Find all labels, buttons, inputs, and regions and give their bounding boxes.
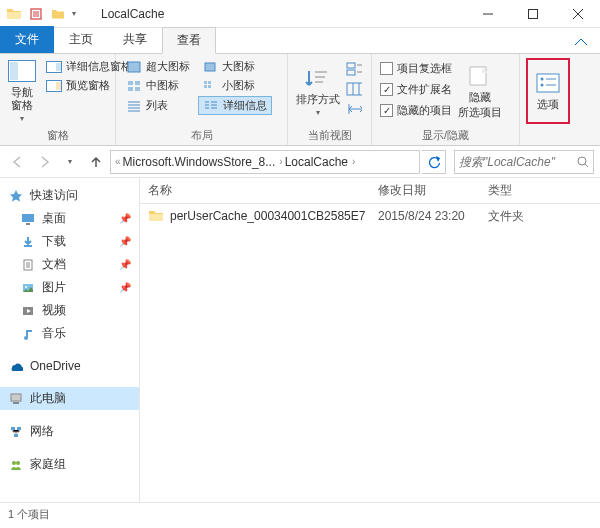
medium-icon (126, 79, 142, 93)
svg-rect-13 (135, 87, 140, 91)
svg-rect-32 (11, 394, 21, 401)
sidebar-quick-access[interactable]: 快速访问 (0, 184, 139, 207)
onedrive-icon (8, 358, 24, 374)
size-columns-icon[interactable] (346, 102, 362, 116)
svg-rect-14 (204, 81, 207, 84)
hide-selected-button[interactable]: 隐藏 所选项目 (458, 58, 502, 124)
layout-details[interactable]: 详细信息 (198, 96, 272, 115)
svg-rect-11 (135, 81, 140, 85)
svg-rect-36 (14, 434, 18, 437)
network-icon (8, 424, 24, 440)
sidebar-this-pc[interactable]: 此电脑 (0, 387, 139, 410)
sidebar-downloads[interactable]: 下载📌 (0, 230, 139, 253)
pin-icon: 📌 (119, 213, 131, 224)
music-icon (20, 326, 36, 342)
breadcrumb[interactable]: « Microsoft.WindowsStore_8...› LocalCach… (110, 150, 420, 174)
sidebar-videos[interactable]: 视频 (0, 299, 139, 322)
search-box[interactable] (454, 150, 594, 174)
svg-rect-5 (56, 63, 61, 71)
column-header-type[interactable]: 类型 (480, 182, 600, 199)
sidebar-music[interactable]: 音乐 (0, 322, 139, 345)
sidebar-homegroup[interactable]: 家庭组 (0, 453, 139, 476)
svg-rect-18 (347, 63, 355, 68)
svg-rect-9 (205, 63, 215, 71)
options-icon (532, 70, 564, 96)
hidden-items-toggle[interactable]: ✓隐藏的项目 (378, 102, 454, 119)
layout-list[interactable]: 列表 (122, 96, 194, 115)
window-title: LocalCache (95, 7, 465, 21)
svg-rect-12 (128, 87, 133, 91)
svg-point-37 (12, 461, 16, 465)
downloads-icon (20, 234, 36, 250)
sidebar-desktop[interactable]: 桌面📌 (0, 207, 139, 230)
qat-dropdown-icon[interactable]: ▾ (72, 9, 76, 18)
qat-newfolder-icon[interactable] (50, 6, 66, 22)
details-pane-icon (46, 60, 62, 74)
extra-large-icon (126, 60, 142, 74)
hide-icon (464, 63, 496, 89)
pin-icon: 📌 (119, 259, 131, 270)
svg-rect-20 (347, 83, 362, 95)
navigation-pane-button[interactable]: 导航窗格 ▾ (6, 58, 38, 124)
group-by-icon[interactable] (346, 62, 362, 76)
svg-point-25 (578, 157, 586, 165)
svg-rect-22 (537, 74, 559, 92)
navigation-pane-icon (6, 58, 38, 84)
list-icon (126, 99, 142, 113)
sidebar-pictures[interactable]: 图片📌 (0, 276, 139, 299)
tab-share[interactable]: 共享 (108, 26, 162, 53)
svg-point-38 (16, 461, 20, 465)
tab-home[interactable]: 主页 (54, 26, 108, 53)
breadcrumb-seg-2[interactable]: LocalCache› (285, 155, 356, 169)
tab-file[interactable]: 文件 (0, 26, 54, 53)
svg-rect-16 (204, 85, 207, 88)
close-button[interactable] (555, 0, 600, 28)
column-header-name[interactable]: 名称 (140, 182, 370, 199)
nav-history-dropdown[interactable]: ▾ (58, 150, 82, 174)
qat-properties-icon[interactable] (28, 6, 44, 22)
svg-rect-27 (26, 223, 30, 225)
svg-rect-1 (528, 9, 537, 18)
breadcrumb-seg-1[interactable]: Microsoft.WindowsStore_8...› (123, 155, 283, 169)
column-header-date[interactable]: 修改日期 (370, 182, 480, 199)
file-ext-toggle[interactable]: ✓文件扩展名 (378, 81, 454, 98)
nav-forward-button[interactable] (32, 150, 56, 174)
minimize-button[interactable] (465, 0, 510, 28)
svg-point-24 (541, 84, 544, 87)
refresh-button[interactable] (422, 150, 446, 174)
bc-root-chev[interactable]: « (115, 156, 121, 167)
layout-large[interactable]: 大图标 (198, 58, 272, 75)
search-icon (576, 155, 589, 169)
file-type: 文件夹 (480, 208, 600, 225)
layout-medium[interactable]: 中图标 (122, 77, 194, 94)
preview-pane-icon (46, 79, 62, 93)
large-icon (202, 60, 218, 74)
table-row[interactable]: perUserCache_00034001CB2585E7 2015/8/24 … (140, 204, 600, 228)
file-name: perUserCache_00034001CB2585E7 (170, 209, 365, 223)
layout-small[interactable]: 小图标 (198, 77, 272, 94)
sidebar-onedrive[interactable]: OneDrive (0, 355, 139, 377)
videos-icon (20, 303, 36, 319)
pin-icon: 📌 (119, 236, 131, 247)
add-columns-icon[interactable] (346, 82, 362, 96)
options-button[interactable]: 选项 (526, 58, 570, 124)
maximize-button[interactable] (510, 0, 555, 28)
svg-point-30 (25, 286, 27, 288)
search-input[interactable] (459, 155, 576, 169)
svg-rect-7 (56, 82, 61, 90)
nav-back-button[interactable] (6, 150, 30, 174)
pin-icon: 📌 (119, 282, 131, 293)
chevron-down-icon: ▾ (20, 114, 24, 124)
layout-extra-large[interactable]: 超大图标 (122, 58, 194, 75)
sidebar-network[interactable]: 网络 (0, 420, 139, 443)
ribbon-help-icon[interactable] (562, 36, 600, 53)
svg-rect-17 (208, 85, 211, 88)
nav-up-button[interactable] (84, 150, 108, 174)
folder-icon (148, 208, 164, 224)
quick-access-icon (8, 188, 24, 204)
sort-by-button[interactable]: 排序方式 ▾ (294, 58, 342, 124)
item-checkboxes-toggle[interactable]: 项目复选框 (378, 60, 454, 77)
details-icon (203, 99, 219, 113)
tab-view[interactable]: 查看 (162, 27, 216, 54)
sidebar-documents[interactable]: 文档📌 (0, 253, 139, 276)
